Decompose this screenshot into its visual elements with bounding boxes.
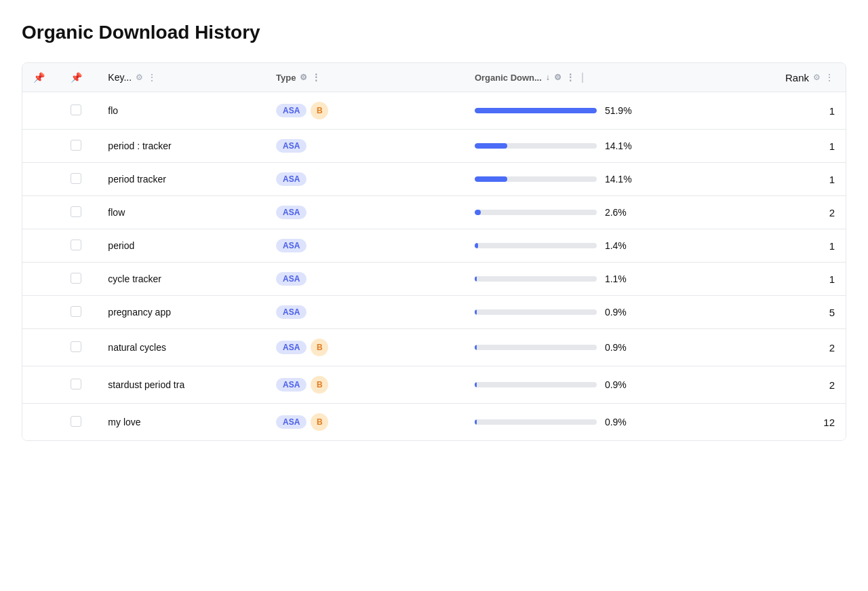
- bar-percentage: 1.4%: [605, 240, 639, 251]
- row-organic: 0.9%: [464, 329, 738, 366]
- row-checkbox[interactable]: [71, 240, 81, 250]
- badge-asa: ASA: [276, 206, 307, 219]
- row-checkbox-cell[interactable]: [60, 229, 97, 263]
- row-type: ASAB: [265, 366, 464, 404]
- row-organic: 51.9%: [464, 92, 738, 130]
- row-type: ASA: [265, 196, 464, 229]
- bar-fill: [475, 143, 508, 149]
- keyword-dots-icon[interactable]: ⋮: [147, 72, 157, 83]
- row-keyword: my love: [97, 404, 265, 441]
- table-row: period : trackerASA 14.1% 1: [22, 130, 846, 163]
- row-rank: 1: [738, 163, 846, 196]
- bar-fill: [475, 419, 477, 425]
- row-organic: 1.1%: [464, 263, 738, 296]
- row-checkbox[interactable]: [71, 306, 81, 317]
- bar-container: 1.1%: [475, 273, 728, 284]
- row-checkbox[interactable]: [71, 206, 81, 217]
- bar-container: 1.4%: [475, 240, 728, 251]
- row-keyword: flow: [97, 196, 265, 229]
- row-checkbox-cell[interactable]: [60, 366, 97, 404]
- bar-track: [475, 143, 597, 149]
- bar-percentage: 0.9%: [605, 417, 639, 427]
- row-keyword: stardust period tra: [97, 366, 265, 404]
- row-pin: [22, 329, 60, 366]
- row-checkbox[interactable]: [71, 104, 81, 115]
- bar-percentage: 0.9%: [605, 307, 639, 318]
- col-divider: |: [581, 71, 584, 83]
- row-pin: [22, 229, 60, 263]
- row-checkbox[interactable]: [71, 341, 81, 352]
- pin-icon: 📌: [33, 72, 45, 83]
- row-checkbox[interactable]: [71, 273, 81, 284]
- row-pin: [22, 404, 60, 441]
- row-type: ASA: [265, 229, 464, 263]
- bar-fill: [475, 108, 597, 113]
- rank-filter-icon[interactable]: ⚙: [813, 73, 821, 82]
- row-rank: 1: [738, 229, 846, 263]
- row-checkbox[interactable]: [71, 416, 81, 427]
- col-header-rank[interactable]: Rank ⚙ ⋮: [738, 63, 846, 92]
- col-header-organic[interactable]: Organic Down... ↓ ⚙ ⋮ |: [464, 63, 738, 92]
- bar-track: [475, 276, 597, 282]
- bar-track: [475, 210, 597, 215]
- keyword-filter-icon[interactable]: ⚙: [136, 73, 143, 82]
- row-checkbox[interactable]: [71, 379, 81, 389]
- bar-percentage: 14.1%: [605, 140, 639, 151]
- row-checkbox-cell[interactable]: [60, 92, 97, 130]
- row-checkbox-cell[interactable]: [60, 163, 97, 196]
- row-type: ASA: [265, 130, 464, 163]
- badge-asa: ASA: [276, 341, 307, 354]
- row-rank: 2: [738, 196, 846, 229]
- row-organic: 1.4%: [464, 229, 738, 263]
- row-checkbox-cell[interactable]: [60, 329, 97, 366]
- table-row: periodASA 1.4% 1: [22, 229, 846, 263]
- row-checkbox-cell[interactable]: [60, 263, 97, 296]
- row-checkbox-cell[interactable]: [60, 296, 97, 329]
- badge-b: B: [311, 339, 328, 356]
- badge-asa: ASA: [276, 272, 307, 286]
- row-rank: 1: [738, 130, 846, 163]
- bar-track: [475, 419, 597, 425]
- row-type: ASA: [265, 296, 464, 329]
- type-dots-icon[interactable]: ⋮: [311, 72, 321, 83]
- bar-container: 0.9%: [475, 342, 728, 353]
- bar-fill: [475, 382, 477, 387]
- table-row: floASAB 51.9% 1: [22, 92, 846, 130]
- row-pin: [22, 263, 60, 296]
- row-checkbox[interactable]: [71, 140, 81, 151]
- row-organic: 0.9%: [464, 404, 738, 441]
- row-rank: 1: [738, 263, 846, 296]
- row-pin: [22, 366, 60, 404]
- badge-asa: ASA: [276, 239, 307, 252]
- organic-filter-icon[interactable]: ⚙: [554, 73, 561, 82]
- badge-asa: ASA: [276, 172, 307, 186]
- col-header-type[interactable]: Type ⚙ ⋮: [265, 63, 464, 92]
- row-checkbox-cell[interactable]: [60, 130, 97, 163]
- bar-fill: [475, 345, 477, 350]
- page-title: Organic Download History: [22, 22, 846, 43]
- rank-col-label: Rank: [785, 72, 809, 83]
- row-organic: 0.9%: [464, 296, 738, 329]
- table-row: cycle trackerASA 1.1% 1: [22, 263, 846, 296]
- organic-sort-icon[interactable]: ↓: [546, 73, 550, 82]
- row-pin: [22, 163, 60, 196]
- col-header-keyword[interactable]: Key... ⚙ ⋮: [97, 63, 265, 92]
- row-checkbox-cell[interactable]: [60, 404, 97, 441]
- bar-container: 14.1%: [475, 140, 728, 151]
- bar-container: 0.9%: [475, 379, 728, 390]
- bar-fill: [475, 276, 477, 282]
- row-keyword: period : tracker: [97, 130, 265, 163]
- type-filter-icon[interactable]: ⚙: [300, 73, 307, 82]
- badge-asa: ASA: [276, 139, 307, 153]
- organic-dots-icon[interactable]: ⋮: [566, 72, 576, 83]
- row-checkbox-cell[interactable]: [60, 196, 97, 229]
- bar-container: 2.6%: [475, 207, 728, 218]
- row-checkbox[interactable]: [71, 173, 81, 184]
- table-row: flowASA 2.6% 2: [22, 196, 846, 229]
- main-table: 📌 📌 Key... ⚙ ⋮ Typ: [22, 62, 846, 441]
- row-pin: [22, 130, 60, 163]
- rank-dots-icon[interactable]: ⋮: [825, 72, 835, 83]
- bar-track: [475, 382, 597, 387]
- bar-percentage: 2.6%: [605, 207, 639, 218]
- type-col-label: Type: [276, 73, 296, 83]
